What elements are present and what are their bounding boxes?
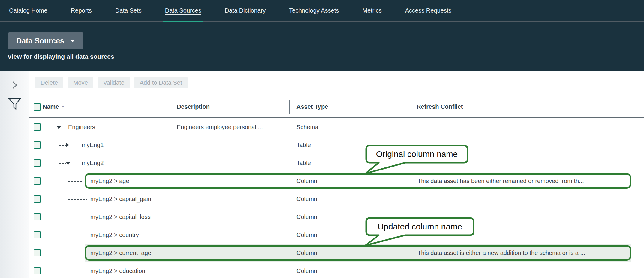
filter-sidebar <box>0 71 29 278</box>
table-row[interactable]: myEng1Table <box>29 136 644 154</box>
asset-type: Column <box>296 244 408 262</box>
asset-name[interactable]: myEng2 > capital_gain <box>90 190 167 208</box>
data-sources-table: Name↑ Description Asset Type Refresh Con… <box>29 96 644 278</box>
refresh-conflict-message <box>417 136 632 154</box>
validate-button[interactable]: Validate <box>98 77 130 88</box>
expand-panel-icon[interactable] <box>11 81 19 90</box>
asset-type: Column <box>296 208 408 226</box>
row-checkbox[interactable] <box>34 141 41 149</box>
select-all-checkbox[interactable] <box>34 103 41 111</box>
nav-item-technology-assets[interactable]: Technology Assets <box>289 0 339 21</box>
add-to-data-set-button[interactable]: Add to Data Set <box>134 77 188 88</box>
view-selector-label: Data Sources <box>16 37 64 45</box>
asset-name[interactable]: myEng2 > capital_loss <box>90 208 167 226</box>
row-checkbox[interactable] <box>34 195 41 203</box>
asset-type: Column <box>296 226 408 244</box>
asset-type: Column <box>296 172 408 190</box>
asset-name[interactable]: myEng2 > country <box>90 226 167 244</box>
refresh-conflict-message <box>417 208 632 226</box>
asset-description <box>177 262 285 278</box>
app-window: Catalog HomeReportsData SetsData Sources… <box>0 0 644 278</box>
asset-type: Table <box>296 136 408 154</box>
nav-item-data-sources[interactable]: Data Sources <box>165 0 201 21</box>
row-checkbox[interactable] <box>34 267 41 274</box>
view-selector-button[interactable]: Data Sources <box>8 32 83 49</box>
row-checkbox[interactable] <box>34 231 41 238</box>
table-row[interactable]: myEng2 > countryColumn <box>29 226 644 244</box>
collapse-icon[interactable] <box>66 162 70 165</box>
asset-description <box>177 244 285 262</box>
asset-description <box>177 136 285 154</box>
table-row[interactable]: myEng2 > ageColumnThis data asset has be… <box>29 172 644 190</box>
asset-name[interactable]: myEng2 > age <box>90 172 167 190</box>
asset-name[interactable]: Engineers <box>68 118 167 136</box>
nav-item-metrics[interactable]: Metrics <box>362 0 381 21</box>
table-row[interactable]: myEng2 > capital_gainColumn <box>29 190 644 208</box>
toolbar: DeleteMoveValidateAdd to Data Set <box>35 77 188 88</box>
table-row[interactable]: myEng2Table <box>29 154 644 172</box>
refresh-conflict-message <box>417 118 632 136</box>
column-header-name[interactable]: Name↑ <box>43 96 64 117</box>
asset-description <box>177 172 285 190</box>
table-row[interactable]: myEng2 > current_ageColumnThis data asse… <box>29 244 644 262</box>
asset-description: Engineers employee personal ... <box>177 118 285 136</box>
asset-name[interactable]: myEng2 > education <box>90 262 167 278</box>
table-header: Name↑ Description Asset Type Refresh Con… <box>29 96 644 118</box>
table-row[interactable]: EngineersEngineers employee personal ...… <box>29 118 644 136</box>
table-row[interactable]: myEng2 > capital_lossColumn <box>29 208 644 226</box>
nav-item-data-sets[interactable]: Data Sets <box>115 0 142 21</box>
asset-description <box>177 226 285 244</box>
column-divider <box>289 100 290 114</box>
column-divider <box>635 100 635 114</box>
delete-button[interactable]: Delete <box>35 77 63 88</box>
asset-type: Table <box>296 154 408 172</box>
table-rows: EngineersEngineers employee personal ...… <box>29 118 644 278</box>
asset-description <box>177 208 285 226</box>
refresh-conflict-message: This data asset has been either renamed … <box>417 172 632 190</box>
column-header-asset-type[interactable]: Asset Type <box>296 96 328 117</box>
view-subtitle: View for displaying all data sources <box>8 53 114 60</box>
asset-name[interactable]: myEng1 <box>82 136 167 154</box>
column-header-refresh-conflict[interactable]: Refresh Conflict <box>417 96 463 117</box>
asset-description <box>177 190 285 208</box>
row-checkbox[interactable] <box>34 213 41 220</box>
nav-items: Catalog HomeReportsData SetsData Sources… <box>9 0 451 22</box>
refresh-conflict-message <box>417 154 632 172</box>
refresh-conflict-message <box>417 262 632 278</box>
asset-name[interactable]: myEng2 <box>82 154 167 172</box>
expand-icon[interactable] <box>66 143 69 147</box>
row-checkbox[interactable] <box>34 249 41 256</box>
refresh-conflict-message <box>417 190 632 208</box>
nav-item-data-dictionary[interactable]: Data Dictionary <box>225 0 266 21</box>
move-button[interactable]: Move <box>68 77 93 88</box>
asset-name[interactable]: myEng2 > current_age <box>90 244 167 262</box>
nav-item-access-requests[interactable]: Access Requests <box>405 0 452 21</box>
nav-item-catalog-home[interactable]: Catalog Home <box>9 0 47 21</box>
asset-type: Schema <box>296 118 408 136</box>
collapse-icon[interactable] <box>57 126 61 129</box>
sort-asc-icon: ↑ <box>62 104 64 110</box>
row-checkbox[interactable] <box>34 177 41 185</box>
row-checkbox[interactable] <box>34 123 41 131</box>
asset-type: Column <box>296 190 408 208</box>
chevron-down-icon <box>70 40 75 42</box>
top-nav: Catalog HomeReportsData SetsData Sources… <box>0 0 644 22</box>
row-checkbox[interactable] <box>34 159 41 167</box>
asset-type: Column <box>296 262 408 278</box>
content-area: DeleteMoveValidateAdd to Data Set <box>0 71 644 278</box>
refresh-conflict-message: This data asset is either a new addition… <box>417 244 632 262</box>
column-divider <box>170 100 170 114</box>
nav-item-reports[interactable]: Reports <box>71 0 92 21</box>
asset-description <box>177 154 285 172</box>
table-row[interactable]: myEng2 > educationColumn <box>29 262 644 278</box>
column-header-description[interactable]: Description <box>177 96 210 117</box>
view-header: Data Sources View for displaying all dat… <box>0 22 644 71</box>
filter-funnel-icon[interactable] <box>8 97 22 111</box>
column-divider <box>411 100 411 114</box>
refresh-conflict-message <box>417 226 632 244</box>
